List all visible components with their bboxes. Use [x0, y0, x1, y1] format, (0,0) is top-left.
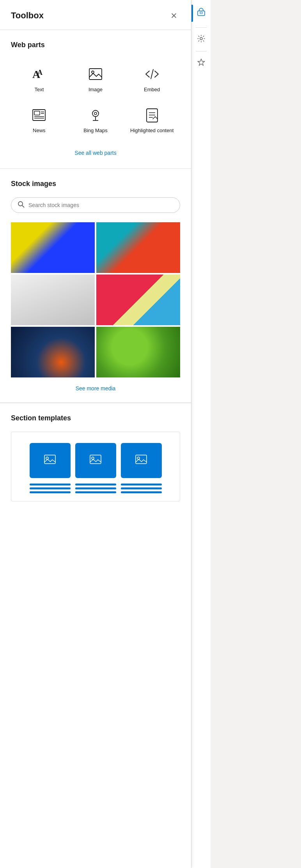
stock-image-2[interactable]	[96, 222, 180, 273]
web-part-image[interactable]: Image	[67, 58, 124, 99]
template-line	[121, 491, 162, 493]
template-lines-3	[121, 484, 162, 493]
template-line	[75, 484, 116, 485]
template-line	[30, 484, 71, 485]
svg-line-22	[22, 205, 24, 207]
sidebar-divider-1	[196, 27, 207, 28]
text-icon: A A	[30, 65, 48, 83]
stock-image-5[interactable]	[11, 327, 95, 377]
web-parts-section: Web parts A A Text	[0, 30, 191, 168]
svg-rect-17	[147, 109, 158, 122]
svg-rect-30	[200, 12, 202, 14]
template-line	[121, 484, 162, 485]
ai-sidebar-button[interactable]	[193, 55, 209, 70]
active-sidebar-indicator	[191, 5, 193, 22]
template-line	[75, 491, 116, 493]
web-part-image-label: Image	[89, 87, 103, 93]
web-part-bing-maps[interactable]: Bing Maps	[67, 99, 124, 140]
template-line	[121, 487, 162, 489]
svg-rect-25	[90, 455, 101, 464]
stock-images-title: Stock images	[11, 180, 180, 188]
template-lines-1	[30, 484, 71, 493]
template-lines-row	[18, 484, 174, 493]
svg-text:A: A	[37, 69, 42, 76]
toolbox-title: Toolbox	[11, 11, 44, 21]
template-image-2	[75, 443, 116, 478]
svg-point-26	[92, 457, 94, 459]
svg-point-5	[92, 71, 94, 73]
web-part-news-label: News	[33, 128, 46, 134]
stock-images-grid	[11, 222, 180, 377]
web-part-text[interactable]: A A Text	[11, 58, 67, 99]
toolbox-header: Toolbox	[0, 0, 191, 30]
svg-point-28	[137, 457, 140, 459]
stock-image-4[interactable]	[96, 275, 180, 325]
image-icon	[86, 65, 105, 83]
toolbox-panel: Toolbox Web parts A A	[0, 0, 191, 868]
template-line	[75, 487, 116, 489]
settings-sidebar-button[interactable]	[193, 31, 209, 46]
web-part-highlighted-content-label: Highlighted content	[130, 128, 174, 134]
svg-rect-4	[89, 69, 102, 80]
web-part-news[interactable]: News	[11, 99, 67, 140]
svg-rect-8	[34, 111, 40, 115]
template-image-1	[30, 443, 71, 478]
close-button[interactable]	[168, 9, 180, 22]
web-part-text-label: Text	[34, 87, 44, 93]
svg-point-31	[200, 37, 202, 40]
web-part-bing-maps-label: Bing Maps	[83, 128, 107, 134]
search-icon	[18, 201, 25, 209]
sidebar-divider-2	[196, 51, 207, 51]
see-all-web-parts-link[interactable]: See all web parts	[11, 143, 180, 168]
template-preview[interactable]	[11, 432, 180, 501]
section-templates-title: Section templates	[11, 414, 180, 422]
right-sidebar	[191, 0, 211, 868]
svg-rect-23	[44, 455, 55, 464]
template-images-row	[18, 443, 174, 478]
embed-icon	[143, 65, 161, 83]
svg-rect-29	[198, 11, 205, 16]
map-icon	[86, 106, 105, 124]
svg-point-21	[18, 202, 23, 206]
stock-image-3[interactable]	[11, 275, 95, 325]
stock-image-1[interactable]	[11, 222, 95, 273]
template-lines-2	[75, 484, 116, 493]
search-box[interactable]	[11, 197, 180, 213]
web-parts-grid: A A Text Image	[11, 58, 180, 140]
section-templates-section: Section templates	[0, 403, 191, 512]
web-part-embed-label: Embed	[144, 87, 160, 93]
web-parts-title: Web parts	[11, 41, 180, 49]
template-line	[30, 491, 71, 493]
svg-point-14	[94, 112, 97, 115]
svg-point-24	[46, 457, 48, 459]
svg-rect-27	[136, 455, 147, 464]
see-more-media-link[interactable]: See more media	[11, 377, 180, 402]
svg-line-6	[151, 69, 153, 79]
template-line	[30, 487, 71, 489]
template-image-3	[121, 443, 162, 478]
news-icon	[30, 106, 48, 124]
toolbox-sidebar-button[interactable]	[193, 4, 209, 20]
web-part-embed[interactable]: Embed	[124, 58, 180, 99]
svg-marker-32	[198, 59, 205, 66]
stock-image-6[interactable]	[96, 327, 180, 377]
stock-images-section: Stock images See more media	[0, 169, 191, 402]
web-part-highlighted-content[interactable]: Highlighted content	[124, 99, 180, 140]
highlighted-content-icon	[143, 106, 161, 124]
stock-images-search-input[interactable]	[28, 202, 174, 208]
svg-point-13	[92, 110, 99, 117]
